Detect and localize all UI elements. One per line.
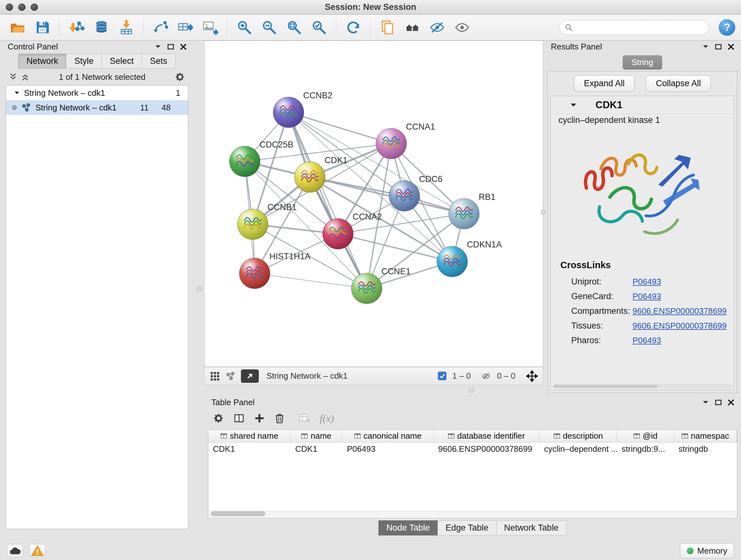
add-column-icon[interactable] <box>254 413 265 424</box>
search-input[interactable] <box>576 23 704 33</box>
network-collection-row[interactable]: String Network – cdk1 1 <box>6 85 188 100</box>
show-graphics-button[interactable] <box>450 17 474 38</box>
network-row-selected[interactable]: String Network – cdk1 11 48 <box>6 100 188 115</box>
panel-close-icon[interactable] <box>728 44 734 50</box>
memory-button[interactable]: Memory <box>680 543 734 558</box>
import-network-database-button[interactable] <box>90 17 113 38</box>
genecard-link[interactable]: P06493 <box>632 292 661 301</box>
apply-layout-button[interactable] <box>341 17 365 38</box>
tab-node-table[interactable]: Node Table <box>379 520 438 536</box>
delete-column-trash-icon[interactable] <box>274 413 285 424</box>
network-node-ccne1[interactable]: CCNE1 <box>351 266 410 304</box>
cell-description[interactable]: cyclin–dependent ... <box>540 442 617 455</box>
network-options-gear-icon[interactable] <box>175 72 185 82</box>
collapse-section-icon[interactable] <box>570 103 577 107</box>
save-session-button[interactable] <box>30 17 54 38</box>
tab-sets[interactable]: Sets <box>142 54 176 69</box>
column-header[interactable]: name <box>291 430 342 442</box>
network-node-cdkn1a[interactable]: CDKN1A <box>437 240 502 277</box>
zoom-fit-button[interactable] <box>282 17 306 38</box>
right-splitter-handle[interactable] <box>541 210 546 215</box>
warnings-button[interactable] <box>29 544 45 557</box>
cell-namespace[interactable]: stringdb <box>674 442 737 455</box>
function-builder-button[interactable]: f(x) <box>320 413 334 424</box>
panel-menu-icon[interactable] <box>155 45 161 49</box>
results-horizontal-scrollbar[interactable] <box>553 384 732 388</box>
cloud-status-button[interactable] <box>7 544 23 557</box>
tab-network-table[interactable]: Network Table <box>496 520 567 536</box>
panel-close-icon[interactable] <box>728 399 734 406</box>
column-header[interactable]: shared name <box>208 430 291 442</box>
cell-shared-name[interactable]: CDK1 <box>208 442 291 455</box>
network-canvas[interactable]: CCNB2CCNA1CDC25BCDK1CDC6RB1CCNB1CCNA2CDK… <box>204 41 543 367</box>
cell-name[interactable]: CDK1 <box>291 442 342 455</box>
network-share-icon[interactable] <box>226 372 235 381</box>
uniprot-link[interactable]: P06493 <box>632 277 661 287</box>
search-box[interactable] <box>559 20 709 35</box>
collapse-tree-icon[interactable] <box>21 73 29 81</box>
zoom-selected-button[interactable] <box>307 17 331 38</box>
compartments-link[interactable]: 9606.ENSP00000378699 <box>632 306 727 316</box>
left-splitter-handle[interactable] <box>197 287 202 292</box>
panel-menu-icon[interactable] <box>702 45 709 49</box>
column-header[interactable]: database identifier <box>434 430 540 442</box>
export-image-button[interactable] <box>199 17 222 38</box>
cell-database-identifier[interactable]: 9606.ENSP00000378699 <box>434 442 540 455</box>
cell-id[interactable]: stringdb:9... <box>617 442 674 455</box>
panel-float-icon[interactable] <box>715 44 722 50</box>
import-network-file-button[interactable] <box>65 17 88 38</box>
table-row[interactable]: CDK1 CDK1 P06493 9606.ENSP00000378699 cy… <box>208 442 737 455</box>
collection-disclosure-icon[interactable] <box>14 91 19 95</box>
pan-crosshair-icon[interactable] <box>526 370 538 382</box>
horizontal-splitter-handle[interactable] <box>469 388 474 393</box>
tissues-link[interactable]: 9606.ENSP00000378699 <box>632 321 727 331</box>
selected-nodes-checkbox[interactable] <box>438 372 447 380</box>
tab-string[interactable]: String <box>623 55 662 70</box>
expand-tree-icon[interactable] <box>9 73 17 81</box>
hide-graphics-button[interactable] <box>425 17 449 38</box>
export-network-button[interactable] <box>174 17 197 38</box>
tab-edge-table[interactable]: Edge Table <box>437 520 496 536</box>
import-table-button[interactable] <box>115 17 138 38</box>
scrollbar-thumb[interactable] <box>211 511 265 516</box>
network-edges[interactable] <box>245 112 464 288</box>
cell-canonical-name[interactable]: P06493 <box>342 442 434 455</box>
zoom-out-button[interactable] <box>258 17 281 38</box>
collapse-all-button[interactable]: Collapse All <box>646 75 711 91</box>
panel-float-icon[interactable] <box>167 44 174 50</box>
network-node-ccnb1[interactable]: CCNB1 <box>238 202 296 240</box>
detach-view-button[interactable] <box>241 369 259 383</box>
tab-style[interactable]: Style <box>66 54 102 69</box>
minimize-window-button[interactable] <box>18 3 25 11</box>
column-header[interactable]: description <box>540 430 617 442</box>
panel-close-icon[interactable] <box>180 44 186 50</box>
open-session-button[interactable] <box>6 17 29 38</box>
panel-float-icon[interactable] <box>715 400 722 405</box>
protein-card-header[interactable]: CDK1 <box>551 96 734 114</box>
tab-select[interactable]: Select <box>102 54 142 69</box>
tab-network[interactable]: Network <box>18 54 66 69</box>
copy-document-button[interactable] <box>376 17 399 38</box>
table-horizontal-scrollbar[interactable] <box>209 510 736 517</box>
zoom-in-button[interactable] <box>232 17 256 38</box>
zoom-window-button[interactable] <box>30 3 38 11</box>
hidden-items-icon[interactable] <box>481 371 491 381</box>
column-header[interactable]: canonical name <box>342 430 434 442</box>
panel-menu-icon[interactable] <box>702 400 709 404</box>
network-node-ccna1[interactable]: CCNA1 <box>376 122 435 159</box>
expand-all-button[interactable]: Expand All <box>574 75 635 91</box>
network-graph[interactable]: CCNB2CCNA1CDC25BCDK1CDC6RB1CCNB1CCNA2CDK… <box>205 41 543 367</box>
network-node-cdc6[interactable]: CDC6 <box>389 174 442 211</box>
show-columns-icon[interactable] <box>233 413 245 424</box>
home-button[interactable] <box>401 17 424 38</box>
column-header[interactable]: namespac <box>674 430 737 442</box>
table-settings-gear-icon[interactable] <box>213 413 224 424</box>
column-header[interactable]: @id <box>617 430 674 442</box>
network-node-rb1[interactable]: RB1 <box>449 192 495 229</box>
network-node-hist1h1a[interactable]: HIST1H1A <box>239 252 311 289</box>
new-network-button[interactable] <box>149 17 172 38</box>
help-button[interactable]: ? <box>719 19 735 36</box>
birdseye-grid-icon[interactable] <box>210 371 220 381</box>
pharos-link[interactable]: P06493 <box>632 335 661 346</box>
close-window-button[interactable] <box>6 3 13 11</box>
